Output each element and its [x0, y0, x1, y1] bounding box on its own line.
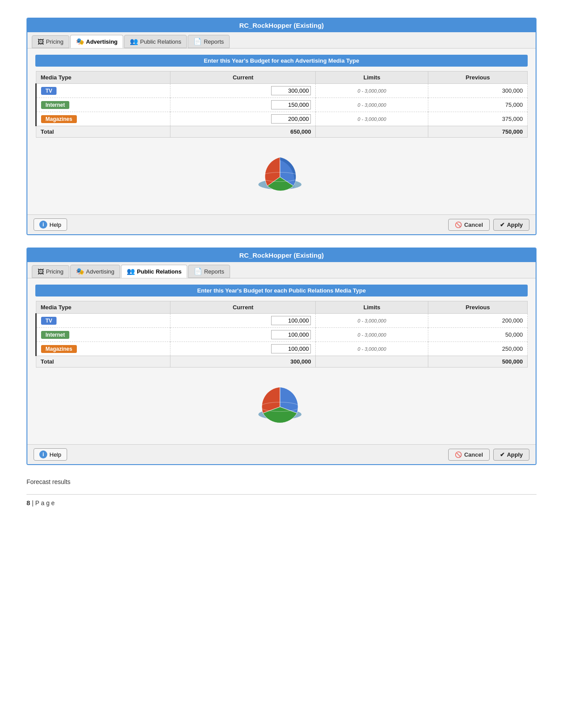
table-row: Magazines 0 - 3,000,000 250,000: [36, 342, 528, 356]
page-number-value: 8: [26, 499, 30, 507]
advertising-icon-1: 🎭: [76, 38, 84, 45]
cancel-label-1: Cancel: [464, 221, 483, 228]
budget-table-1: Media Type Current Limits Previous TV 0 …: [35, 71, 528, 138]
apply-button-1[interactable]: ✔ Apply: [493, 219, 529, 231]
page-footer: Forecast results 8 | P a g e: [26, 478, 537, 507]
table-row: TV 0 - 3,000,000 200,000: [36, 314, 528, 328]
help-label-1: Help: [49, 221, 61, 228]
tab-advertising-2[interactable]: 🎭 Advertising: [70, 265, 120, 278]
section-header-2: Enter this Year's Budget for each Public…: [35, 285, 528, 296]
help-button-2[interactable]: i Help: [34, 448, 67, 461]
total-label-2: Total: [36, 356, 170, 368]
cancel-label-2: Cancel: [464, 451, 483, 458]
tv-previous-1: 300,000: [428, 84, 527, 98]
tab-pricing-1[interactable]: 🖼 Pricing: [32, 35, 69, 48]
help-button-1[interactable]: i Help: [34, 218, 67, 231]
pr-icon-1: 👥: [130, 38, 138, 45]
tab-advertising-label-2: Advertising: [86, 268, 114, 275]
page-label: | P a g e: [32, 499, 55, 507]
footer-right-2: 🚫 Cancel ✔ Apply: [448, 449, 529, 461]
pie-chart-2: [253, 383, 310, 427]
magazines-limits-2: 0 - 3,000,000: [316, 342, 428, 356]
apply-label-2: Apply: [507, 451, 523, 458]
total-previous-2: 500,000: [428, 356, 527, 368]
total-previous-1: 750,000: [428, 126, 527, 138]
section-header-1: Enter this Year's Budget for each Advert…: [35, 55, 528, 67]
col-header-previous-2: Previous: [428, 301, 527, 314]
apply-button-2[interactable]: ✔ Apply: [493, 449, 529, 461]
cancel-icon-1: 🚫: [455, 221, 462, 228]
help-icon-2: i: [39, 450, 47, 458]
tab-pr-label-1: Public Relations: [140, 38, 181, 45]
table-row: TV 0 - 3,000,000 300,000: [36, 84, 528, 98]
total-label-1: Total: [36, 126, 170, 138]
magazines-previous-1: 375,000: [428, 112, 527, 126]
window-advertising: RC_RockHopper (Existing) 🖼 Pricing 🎭 Adv…: [26, 18, 537, 235]
magazines-current-input-1[interactable]: [271, 114, 311, 124]
help-label-2: Help: [49, 451, 61, 458]
total-current-1: 650,000: [170, 126, 316, 138]
budget-table-2: Media Type Current Limits Previous TV 0 …: [35, 301, 528, 368]
tab-reports-label-2: Reports: [204, 268, 224, 275]
internet-current-input-1[interactable]: [271, 100, 311, 109]
tab-pr-label-2: Public Relations: [137, 268, 181, 275]
col-header-limits-2: Limits: [316, 301, 428, 314]
magazines-previous-2: 250,000: [428, 342, 527, 356]
col-header-previous-1: Previous: [428, 71, 527, 84]
tab-pricing-2[interactable]: 🖼 Pricing: [32, 265, 69, 278]
window-title-1: RC_RockHopper (Existing): [27, 19, 536, 32]
col-header-mediatype-2: Media Type: [36, 301, 170, 314]
internet-label-1: Internet: [41, 101, 69, 109]
total-row-1: Total 650,000 750,000: [36, 126, 528, 138]
pricing-icon-1: 🖼: [38, 38, 44, 45]
page-number: 8 | P a g e: [26, 494, 537, 507]
apply-icon-1: ✔: [500, 221, 505, 228]
tv-limits-2: 0 - 3,000,000: [316, 314, 428, 328]
tab-reports-2[interactable]: 📄 Reports: [188, 265, 230, 278]
tv-label-2: TV: [41, 317, 57, 325]
tab-pricing-label-1: Pricing: [46, 38, 64, 45]
internet-previous-1: 75,000: [428, 98, 527, 112]
tv-current-input-2[interactable]: [271, 316, 311, 325]
internet-previous-2: 50,000: [428, 328, 527, 342]
window-public-relations: RC_RockHopper (Existing) 🖼 Pricing 🎭 Adv…: [26, 248, 537, 465]
footer-right-1: 🚫 Cancel ✔ Apply: [448, 219, 529, 231]
tv-current-input-1[interactable]: [271, 86, 311, 95]
internet-label-2: Internet: [41, 331, 69, 339]
table-row: Internet 0 - 3,000,000 75,000: [36, 98, 528, 112]
window-body-2: Enter this Year's Budget for each Public…: [27, 278, 536, 444]
tab-reports-label-1: Reports: [204, 38, 224, 45]
tab-pr-2[interactable]: 👥 Public Relations: [121, 265, 187, 278]
chart-area-2: [35, 368, 528, 438]
tab-advertising-1[interactable]: 🎭 Advertising: [70, 35, 124, 48]
col-header-current-1: Current: [170, 71, 316, 84]
cancel-button-1[interactable]: 🚫 Cancel: [448, 219, 490, 231]
tab-pr-1[interactable]: 👥 Public Relations: [124, 35, 187, 48]
magazines-current-input-2[interactable]: [271, 344, 311, 353]
footer-bar-1: i Help 🚫 Cancel ✔ Apply: [27, 214, 536, 234]
footer-bar-2: i Help 🚫 Cancel ✔ Apply: [27, 444, 536, 464]
tv-previous-2: 200,000: [428, 314, 527, 328]
tab-pricing-label-2: Pricing: [46, 268, 64, 275]
cancel-button-2[interactable]: 🚫 Cancel: [448, 449, 490, 461]
pr-icon-2: 👥: [127, 267, 135, 275]
total-current-2: 300,000: [170, 356, 316, 368]
help-icon-1: i: [39, 221, 47, 229]
tab-bar-1: 🖼 Pricing 🎭 Advertising 👥 Public Relatio…: [27, 32, 536, 49]
advertising-icon-2: 🎭: [76, 267, 84, 275]
chart-area-1: [35, 138, 528, 208]
tv-label-1: TV: [41, 87, 57, 95]
magazines-label-2: Magazines: [41, 345, 77, 353]
internet-limits-2: 0 - 3,000,000: [316, 328, 428, 342]
internet-limits-1: 0 - 3,000,000: [316, 98, 428, 112]
tab-advertising-label-1: Advertising: [86, 38, 118, 45]
tab-reports-1[interactable]: 📄 Reports: [188, 35, 230, 48]
apply-icon-2: ✔: [500, 451, 505, 458]
internet-current-input-2[interactable]: [271, 330, 311, 339]
magazines-label-1: Magazines: [41, 115, 77, 123]
pie-chart-1: [253, 153, 310, 197]
reports-icon-2: 📄: [194, 267, 202, 275]
magazines-limits-1: 0 - 3,000,000: [316, 112, 428, 126]
apply-label-1: Apply: [507, 221, 523, 228]
tab-bar-2: 🖼 Pricing 🎭 Advertising 👥 Public Relatio…: [27, 262, 536, 278]
